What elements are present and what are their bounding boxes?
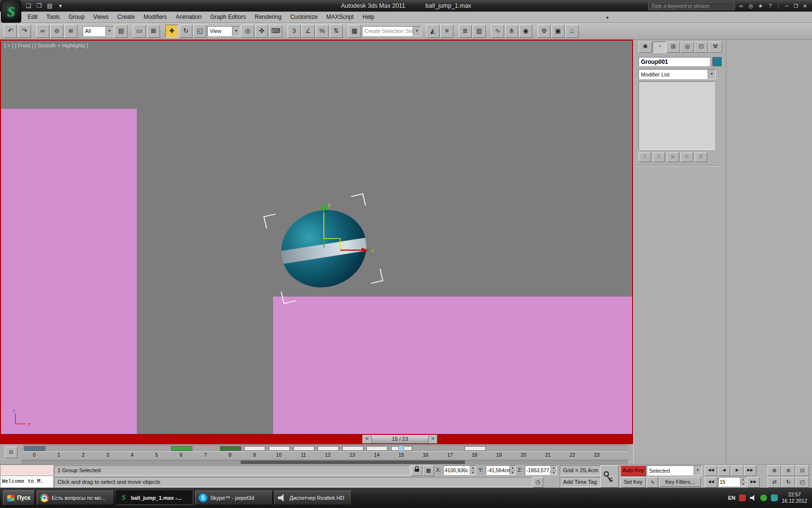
object-name-field[interactable] (638, 57, 710, 66)
time-slider-handle[interactable]: < 15 / 23 > (362, 435, 437, 444)
curve-editor-icon[interactable]: ∿ (491, 25, 504, 38)
keyframe-14[interactable] (366, 446, 388, 451)
save-file-icon[interactable]: ▤ (45, 1, 54, 10)
default-tangent-icon[interactable]: ∿ (647, 477, 658, 488)
menu-modifiers[interactable]: Modifiers (139, 12, 172, 22)
spinner-arrows[interactable]: ▲▼ (740, 478, 746, 486)
set-keys-button[interactable] (600, 465, 619, 488)
menu-create[interactable]: Create (113, 12, 139, 22)
chevron-down-icon[interactable]: ▾ (413, 27, 420, 36)
key-filters-button[interactable]: Key Filters... (659, 477, 701, 487)
go-to-end-button[interactable]: ▶▶ (744, 465, 756, 476)
use-pivot-point-icon[interactable]: ◎ (241, 25, 254, 38)
selection-lock-toggle[interactable] (411, 465, 422, 476)
chevron-down-icon[interactable]: ▾ (708, 70, 715, 79)
go-to-start-button[interactable]: ◀◀ (705, 465, 717, 476)
select-by-name-icon[interactable]: ▤ (115, 25, 128, 38)
maximize-viewport-toggle-icon[interactable]: ◰ (796, 477, 809, 488)
taskbar-task[interactable]: Есть вопросы по мо... (37, 491, 114, 505)
configure-modifier-sets-icon[interactable]: ⊞ (695, 152, 707, 162)
render-production-icon[interactable]: ♨ (566, 25, 579, 38)
trackbar-filter-icon[interactable]: ⊟ (5, 447, 17, 458)
menu-views[interactable]: Views (89, 12, 113, 22)
taskbar-task[interactable]: SSkype™ - pepel3d (195, 491, 273, 505)
previous-frame-arrow[interactable]: < (363, 435, 372, 443)
render-setup-icon[interactable]: ⚙ (537, 25, 551, 38)
tray-app-icon[interactable] (771, 494, 778, 501)
menu-tools[interactable]: Tools (42, 12, 64, 22)
pan-icon[interactable]: ⇄ (768, 477, 781, 488)
workspace-dropdown-icon[interactable]: ▾ (56, 1, 65, 10)
tray-volume-icon[interactable] (750, 494, 756, 501)
select-and-link-icon[interactable]: ∞ (36, 25, 49, 38)
menu-graph-editors[interactable]: Graph Editors (206, 12, 250, 22)
object-color-swatch[interactable] (712, 57, 722, 66)
layer-manager-icon[interactable]: ≣ (459, 25, 472, 38)
menu-rendering[interactable]: Rendering (250, 12, 286, 22)
show-end-result-icon[interactable]: ‖ (652, 152, 665, 162)
chevron-down-icon[interactable]: ▾ (694, 466, 701, 475)
keyframe-row[interactable] (22, 445, 628, 452)
current-frame-marker[interactable] (398, 445, 404, 451)
maximize-button[interactable]: ❐ (792, 2, 800, 10)
align-icon[interactable]: ≡ (440, 25, 453, 38)
previous-frame-button[interactable]: ◀ (718, 465, 730, 476)
material-editor-icon[interactable]: ◉ (519, 25, 532, 38)
select-and-rotate-icon[interactable]: ↻ (179, 25, 192, 38)
viewport-label[interactable]: [ + ] [ Front ] [ Smooth + Highlights ] (4, 43, 88, 48)
spinner-arrows[interactable]: ▲▼ (509, 466, 515, 475)
menu-customize[interactable]: Customize (286, 12, 322, 22)
graphite-ribbon-toggle-icon[interactable]: ▥ (473, 25, 486, 38)
x-coordinate-field[interactable]: 4100,936c ▲▼ (443, 465, 476, 475)
tab-utilities-icon[interactable]: ⚒ (709, 42, 722, 53)
key-mode-dropdown[interactable]: Selected ▾ (647, 465, 702, 476)
play-button[interactable]: ▶ (731, 465, 743, 476)
add-time-tag-field[interactable]: Add Time Tag (560, 477, 602, 487)
tab-motion-icon[interactable]: ◎ (681, 42, 694, 53)
keyframe-11[interactable] (293, 446, 315, 451)
z-coordinate-field[interactable]: -1953,577, ▲▼ (525, 465, 557, 475)
orbit-icon[interactable]: ↻ (782, 477, 795, 488)
snaps-toggle-icon[interactable]: 3 (288, 25, 301, 38)
viewport-canvas[interactable]: [ + ] [ Front ] [ Smooth + Highlights ] … (0, 40, 633, 435)
keyframe-9[interactable] (244, 446, 265, 451)
menu-animation[interactable]: Animation (172, 12, 206, 22)
mirror-icon[interactable]: ◭ (426, 25, 439, 38)
rectangular-selection-region-icon[interactable]: ▭ (133, 25, 146, 38)
viewport-front[interactable]: [ + ] [ Front ] [ Smooth + Highlights ] … (0, 40, 633, 444)
tab-modify-icon[interactable]: ◔ (652, 42, 666, 53)
modifier-stack[interactable] (638, 81, 715, 150)
keyframe-8[interactable] (220, 446, 241, 451)
set-key-button[interactable]: Set Key (621, 477, 646, 488)
tab-hierarchy-icon[interactable]: ⊞ (667, 42, 680, 53)
unlink-selection-icon[interactable]: ⊘ (50, 25, 63, 38)
edit-named-selection-sets-icon[interactable]: ▦ (348, 25, 361, 38)
y-coordinate-field[interactable]: -41,564cm ▲▼ (486, 465, 516, 475)
language-indicator[interactable]: EN (728, 495, 735, 501)
start-button[interactable]: Пуск (3, 490, 35, 506)
taskbar-task[interactable]: Sball_jump_1.max -... (116, 491, 193, 505)
new-scene-icon[interactable]: ❏ (24, 1, 33, 10)
open-file-icon[interactable]: ❐ (35, 1, 44, 10)
keyframe-18[interactable] (464, 446, 486, 451)
select-and-move-icon[interactable]: ✚ (165, 25, 178, 38)
time-slider-value[interactable]: 15 / 23 (372, 435, 428, 443)
tab-create-icon[interactable]: ✱ (638, 42, 652, 53)
keyframe-10[interactable] (269, 446, 290, 451)
minimize-button[interactable]: ─ (783, 2, 791, 10)
pin-stack-icon[interactable]: ↧ (638, 152, 651, 162)
keyframe-13[interactable] (342, 446, 363, 451)
platform-object-right[interactable] (273, 297, 632, 435)
menu-group[interactable]: Group (64, 12, 89, 22)
auto-key-toggle[interactable]: Auto Key (621, 465, 646, 476)
absolute-offset-toggle-icon[interactable]: ▦ (423, 465, 434, 476)
keyframe-0[interactable] (24, 446, 45, 451)
menu-help[interactable]: Help (358, 12, 379, 22)
zoom-all-icon[interactable]: ⊛ (782, 465, 795, 476)
communication-center-icon[interactable]: ◎ (748, 2, 754, 10)
keyboard-shortcut-override-icon[interactable]: ⌨ (269, 25, 282, 38)
platform-object-left[interactable] (1, 109, 137, 435)
scrollbar-thumb[interactable] (241, 461, 465, 464)
redo-icon[interactable]: ↷ (18, 25, 31, 38)
keyframe-6[interactable] (171, 446, 192, 451)
